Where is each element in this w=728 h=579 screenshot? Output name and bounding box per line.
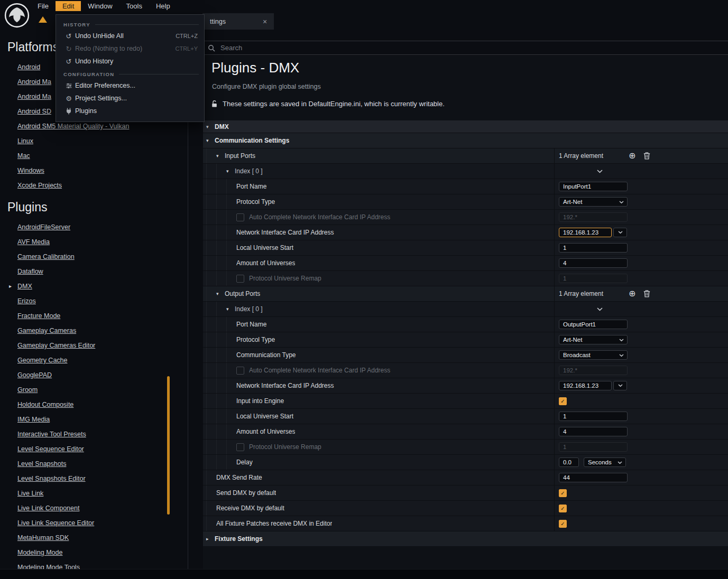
sidebar-item-level-snapshots-16[interactable]: Level Snapshots [0,456,188,471]
expanded-arrow-icon[interactable]: ▾ [216,291,225,296]
protocol-universe-remap-input[interactable] [559,274,628,283]
sidebar-item-live-link-18[interactable]: Live Link [0,486,188,501]
auto-complete-network-interface-card-ip-address-checkbox[interactable] [236,367,244,375]
receive-dmx-by-default-checkbox[interactable]: ✓ [559,505,567,512]
sidebar-item-modeling-mode-22[interactable]: Modeling Mode [0,545,188,560]
settings-row-network-interface-card-ip-address: Network Interface Card IP Address192.168… [203,225,728,240]
tab-project-settings[interactable]: ttings × [202,13,274,30]
add-element-icon[interactable]: ⊕ [629,152,635,160]
delete-elements-icon[interactable] [643,152,650,160]
sidebar-item-linux-5[interactable]: Linux [0,134,188,148]
sidebar-item-gameplay-cameras-editor-8[interactable]: Gameplay Cameras Editor [0,338,188,353]
collapsed-arrow-icon[interactable]: ▸ [206,536,215,541]
menu-item-plugins[interactable]: Plugins [56,105,204,117]
sidebar-item-modeling-mode-tools-23[interactable]: Modeling Mode Tools [0,560,188,569]
menu-item-redo-nothing-to-redo[interactable]: ↻Redo (Nothing to redo)CTRL+Y [56,42,204,55]
sidebar-item-gameplay-cameras-7[interactable]: Gameplay Cameras [0,323,188,338]
collapse-chevron-icon[interactable] [597,307,603,311]
sidebar-item-xcode-projects-8[interactable]: Xcode Projects [0,178,188,193]
auto-complete-network-interface-card-ip-address-checkbox[interactable] [236,213,244,221]
protocol-type-dropdown[interactable]: Art-Net [559,197,628,207]
add-element-icon[interactable]: ⊕ [629,290,635,298]
sidebar-item-fracture-mode-6[interactable]: Fracture Mode [0,309,188,323]
menu-item-project-settings[interactable]: ⚙Project Settings... [56,92,204,105]
settings-row-index-0: ▾Index [ 0 ] [203,164,728,179]
row-label: DMX [215,123,229,130]
sidebar-item-avf-media-1[interactable]: AVF Media [0,235,188,249]
menu-window[interactable]: Window [81,1,119,11]
expanded-arrow-icon[interactable]: ▾ [226,306,235,312]
menu-item-editor-preferences[interactable]: Editor Preferences... [56,79,204,92]
expanded-arrow-icon[interactable]: ▾ [206,124,215,129]
bottom-bar [0,569,728,579]
sidebar-item-googlepad-10[interactable]: GooglePAD [0,368,188,382]
protocol-type-dropdown[interactable]: Art-Net [559,335,628,344]
communication-type-dropdown[interactable]: Broadcast [559,350,628,360]
port-name-input[interactable] [559,182,628,191]
expanded-arrow-icon[interactable]: ▾ [226,169,235,174]
all-fixture-patches-receive-dmx-in-editor-checkbox[interactable]: ✓ [559,520,567,528]
menu-item-shortcut: CTRL+Z [176,33,198,39]
menu-edit[interactable]: Edit [56,1,81,11]
protocol-universe-remap-checkbox[interactable] [236,443,244,451]
send-dmx-by-default-checkbox[interactable]: ✓ [559,489,567,497]
unreal-engine-logo [4,2,30,29]
expanded-arrow-icon[interactable]: ▾ [216,153,225,158]
sidebar-item-level-sequence-editor-15[interactable]: Level Sequence Editor [0,442,188,456]
network-interface-card-ip-address-dropdown-button[interactable] [613,228,627,237]
sidebar-item-label: Mac [17,152,30,160]
network-interface-card-ip-address-dropdown-button[interactable] [613,381,627,390]
expanded-arrow-icon[interactable]: ▾ [206,138,215,143]
amount-of-universes-input[interactable] [559,258,628,268]
sidebar-item-live-link-sequence-editor-20[interactable]: Live Link Sequence Editor [0,516,188,530]
menu-help[interactable]: Help [149,1,177,11]
sidebar-item-groom-11[interactable]: Groom [0,382,188,397]
delete-elements-icon[interactable] [643,290,650,297]
sidebar-item-erizos-5[interactable]: Erizos [0,294,188,309]
sidebar-item-windows-7[interactable]: Windows [0,163,188,178]
unreal-project-settings-window: FileEditWindowToolsHelp Platforms Androi… [0,0,728,579]
sidebar-item-camera-calibration-2[interactable]: Camera Calibration [0,249,188,264]
sidebar-item-holdout-composite-12[interactable]: Holdout Composite [0,397,188,412]
sidebar-item-androidfileserver-0[interactable]: AndroidFileServer [0,220,188,235]
port-name-input[interactable] [559,320,628,329]
sidebar-item-geometry-cache-9[interactable]: Geometry Cache [0,353,188,368]
sidebar-item-live-link-component-19[interactable]: Live Link Component [0,501,188,516]
search-input[interactable] [219,43,728,52]
protocol-universe-remap-checkbox[interactable] [236,275,244,283]
sidebar-item-dataflow-3[interactable]: Dataflow [0,264,188,279]
sidebar-scrollbar[interactable] [167,376,170,515]
auto-complete-network-interface-card-ip-address-input[interactable] [559,366,628,375]
sidebar-item-level-snapshots-editor-17[interactable]: Level Snapshots Editor [0,471,188,486]
tab-close-icon[interactable]: × [260,17,270,26]
local-universe-start-input[interactable] [559,412,628,421]
delay-input[interactable] [559,457,579,467]
settings-row-protocol-type: Protocol TypeArt-Net [203,194,728,210]
settings-row-auto-complete-network-interface-card-ip-address: Auto Complete Network Interface Card IP … [203,363,728,378]
sidebar-item-img-media-13[interactable]: IMG Media [0,412,188,427]
delay-unit-dropdown[interactable]: Seconds [584,457,626,467]
indent-guide [206,302,216,316]
input-into-engine-checkbox[interactable]: ✓ [559,397,567,405]
menu-tools[interactable]: Tools [119,1,149,11]
sidebar-item-metahuman-sdk-21[interactable]: MetaHuman SDK [0,530,188,545]
protocol-universe-remap-input[interactable] [559,442,628,452]
network-interface-card-ip-address-input[interactable]: 192.168.1.23 [559,381,612,390]
row-value-cell [554,271,728,286]
sidebar-item-label: Live Link Component [17,505,79,512]
amount-of-universes-input[interactable] [559,427,628,436]
sidebar-item-mac-6[interactable]: Mac [0,148,188,163]
local-universe-start-input[interactable] [559,243,628,253]
row-value-cell: 1 Array element⊕ [554,286,728,301]
menu-item-undo-history[interactable]: ↺Undo History [56,55,204,68]
network-interface-card-ip-address-input[interactable]: 192.168.1.23 [559,228,612,237]
menu-item-undo-unhide-all[interactable]: ↺Undo UnHide AllCTRL+Z [56,30,204,42]
settings-row-amount-of-universes: Amount of Universes [203,256,728,271]
auto-complete-network-interface-card-ip-address-input[interactable] [559,212,628,222]
menu-file[interactable]: File [31,1,56,11]
sidebar-item-dmx-4[interactable]: ▸DMX [0,279,188,294]
dmx-send-rate-input[interactable] [559,473,628,482]
collapse-chevron-icon[interactable] [597,170,603,173]
sidebar-item-interactive-tool-presets-14[interactable]: Interactive Tool Presets [0,427,188,442]
menu-item-label: Undo UnHide All [75,32,176,40]
